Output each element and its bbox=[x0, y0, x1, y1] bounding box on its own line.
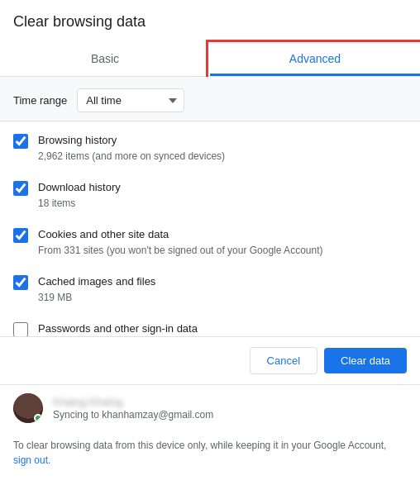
clear-data-button[interactable]: Clear data bbox=[324, 348, 407, 373]
list-item[interactable]: Cookies and other site data From 331 sit… bbox=[0, 219, 420, 266]
item-title: Cached images and files bbox=[38, 274, 155, 289]
dialog: Clear browsing data Basic Advanced Time … bbox=[0, 0, 420, 481]
browsing-history-checkbox[interactable] bbox=[13, 134, 28, 149]
sync-status-dot bbox=[34, 414, 42, 422]
cookies-checkbox[interactable] bbox=[13, 228, 28, 243]
item-title: Cookies and other site data bbox=[38, 227, 322, 242]
list-item[interactable]: Passwords and other sign-in data 230 pas… bbox=[0, 313, 420, 336]
item-desc: 18 items bbox=[38, 197, 121, 211]
account-section: Khaing Khaing Syncing to khanhamzay@gmai… bbox=[0, 384, 420, 431]
time-range-select[interactable]: All time Last hour Last 24 hours Last 7 … bbox=[77, 88, 184, 112]
account-name: Khaing Khaing bbox=[53, 396, 213, 408]
cached-images-checkbox[interactable] bbox=[13, 275, 28, 290]
list-item[interactable]: Browsing history 2,962 items (and more o… bbox=[0, 125, 420, 172]
item-desc: 319 MB bbox=[38, 291, 155, 305]
footer-text: To clear browsing data from this device … bbox=[0, 431, 420, 481]
item-desc: From 331 sites (you won't be signed out … bbox=[38, 244, 322, 258]
tab-basic[interactable]: Basic bbox=[0, 44, 210, 76]
item-title: Browsing history bbox=[38, 133, 225, 148]
cancel-button[interactable]: Cancel bbox=[250, 347, 317, 374]
list-item[interactable]: Cached images and files 319 MB bbox=[0, 266, 420, 313]
tabs-bar: Basic Advanced bbox=[0, 44, 420, 77]
item-title: Download history bbox=[38, 180, 121, 195]
time-range-label: Time range bbox=[13, 94, 67, 107]
download-history-checkbox[interactable] bbox=[13, 181, 28, 196]
time-range-row: Time range All time Last hour Last 24 ho… bbox=[0, 77, 420, 121]
sign-out-link[interactable]: sign out bbox=[13, 454, 48, 466]
avatar bbox=[13, 393, 43, 423]
item-desc: 2,962 items (and more on synced devices) bbox=[38, 150, 225, 164]
button-row: Cancel Clear data bbox=[0, 336, 420, 384]
account-email: Syncing to khanhamzay@gmail.com bbox=[53, 409, 213, 421]
tab-advanced[interactable]: Advanced bbox=[210, 44, 420, 76]
list-item[interactable]: Download history 18 items bbox=[0, 172, 420, 219]
checkbox-list: Browsing history 2,962 items (and more o… bbox=[0, 121, 420, 336]
item-title: Passwords and other sign-in data bbox=[38, 321, 356, 336]
content-area: Time range All time Last hour Last 24 ho… bbox=[0, 77, 420, 336]
passwords-checkbox[interactable] bbox=[13, 322, 28, 336]
dialog-title: Clear browsing data bbox=[0, 13, 420, 44]
